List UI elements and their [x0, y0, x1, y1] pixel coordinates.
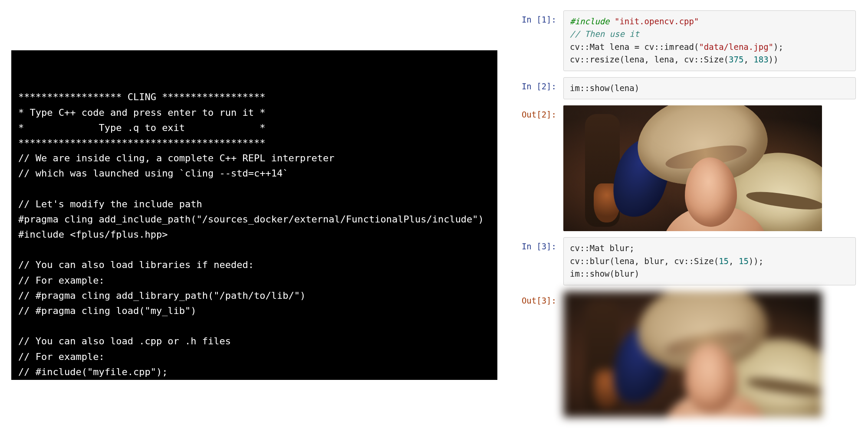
- output-image-blurred: [563, 291, 822, 417]
- code-token: 15: [719, 256, 729, 266]
- terminal-output: ****************** CLING ***************…: [18, 89, 490, 380]
- out-prompt: Out[3]:: [516, 291, 563, 305]
- in-prompt: In [3]:: [516, 237, 563, 251]
- notebook-cell: In [3]:cv::Mat blur; cv::blur(lena, blur…: [516, 237, 856, 285]
- notebook-cell: In [2]:im::show(lena): [516, 77, 856, 99]
- code-cell[interactable]: #include "init.opencv.cpp" // Then use i…: [563, 10, 856, 71]
- out-prompt: Out[2]:: [516, 105, 563, 119]
- code-token: 15: [739, 256, 749, 266]
- code-token: #include: [570, 16, 615, 26]
- code-token: im::show(lena): [570, 83, 639, 93]
- code-token: 183: [753, 55, 768, 64]
- cling-terminal[interactable]: ****************** CLING ***************…: [11, 50, 497, 380]
- notebook-cell: Out[3]:: [516, 291, 856, 417]
- code-token: "init.opencv.cpp": [615, 16, 699, 26]
- in-prompt: In [2]:: [516, 77, 563, 91]
- code-token: ,: [729, 256, 739, 266]
- code-token: 375: [729, 55, 743, 64]
- notebook-cell: Out[2]:: [516, 105, 856, 231]
- code-token: // Then use it: [570, 29, 639, 39]
- code-token: cv::Mat blur; cv::blur(lena, blur, cv::S…: [570, 243, 719, 265]
- code-token: "data/lena.jpg": [699, 42, 773, 52]
- jupyter-notebook: In [1]:#include "init.opencv.cpp" // The…: [516, 10, 856, 423]
- code-cell[interactable]: im::show(lena): [563, 77, 856, 99]
- code-token: cv::Mat lena = cv::imread(: [570, 42, 699, 52]
- code-token: )): [769, 55, 779, 64]
- in-prompt: In [1]:: [516, 10, 563, 24]
- output-image: [563, 105, 822, 231]
- notebook-cell: In [1]:#include "init.opencv.cpp" // The…: [516, 10, 856, 71]
- code-token: ,: [743, 55, 753, 64]
- code-cell[interactable]: cv::Mat blur; cv::blur(lena, blur, cv::S…: [563, 237, 856, 285]
